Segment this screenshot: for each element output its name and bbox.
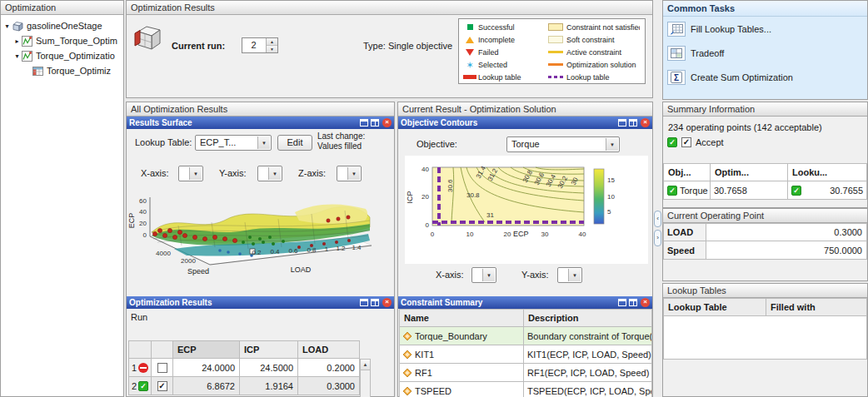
spinner-up-icon[interactable]: ▲ xyxy=(267,38,277,46)
y-axis-dropdown[interactable]: ▼ xyxy=(557,267,582,283)
variable-value-cell[interactable]: 0.3000 xyxy=(706,223,867,241)
undock-icon[interactable] xyxy=(360,299,368,306)
tradeoff-task[interactable]: Tradeoff xyxy=(663,41,867,65)
lookup-table-label: Lookup Table: xyxy=(135,137,192,147)
colorbar-tick: 15 xyxy=(607,176,615,184)
ecp-cell[interactable]: 24.0000 xyxy=(173,359,240,377)
constraint-row[interactable]: Torque_Boundary Boundary constraint of T… xyxy=(399,327,652,345)
load-cell[interactable]: 0.2000 xyxy=(298,359,360,377)
panel-header: Summary Information xyxy=(663,102,867,117)
column-header-lookup[interactable]: Looku... xyxy=(788,163,867,181)
tree-item-torque-optimization-output[interactable]: Torque_Optimiz xyxy=(1,63,123,78)
spinner-down-icon[interactable]: ▼ xyxy=(267,46,277,52)
lookup-table-dropdown[interactable]: ECP_T...▼ xyxy=(195,135,272,151)
column-header-objective[interactable]: Obj... xyxy=(663,163,711,181)
current-run-value[interactable]: 2 xyxy=(242,38,265,52)
objective-dropdown[interactable]: Torque▼ xyxy=(506,136,620,152)
row-number-header[interactable] xyxy=(128,340,152,359)
chevron-down-icon[interactable]: ▼ xyxy=(257,136,270,149)
column-header-icp[interactable]: ICP xyxy=(240,340,298,359)
x-axis-dropdown[interactable]: ▼ xyxy=(178,166,203,181)
column-header-lookup-table[interactable]: Lookup Table xyxy=(663,298,766,316)
results-surface-plot[interactable]: 60 40 20 0 4000 2000 0.2 0.4 0.6 0.8 1 1… xyxy=(128,184,393,295)
column-header-description[interactable]: Description xyxy=(524,309,652,327)
y-axis-dropdown[interactable]: ▼ xyxy=(257,166,282,181)
icp-cell[interactable]: 1.9164 xyxy=(240,377,298,395)
undock-icon[interactable] xyxy=(618,299,626,306)
splitter-collapse-left-icon[interactable]: ‹ xyxy=(654,211,661,227)
legend-regions-column: Constraint not satisfied Soft constraint… xyxy=(545,21,644,83)
splitter-collapse-right-icon[interactable]: › xyxy=(654,230,661,246)
panel-splitter[interactable]: ‹ › xyxy=(653,0,662,397)
column-header-filled-with[interactable]: Filled with xyxy=(766,298,867,316)
row-header-cell: 1 xyxy=(128,359,152,377)
select-run-checkbox[interactable] xyxy=(157,363,167,373)
ecp-cell[interactable]: 6.8672 xyxy=(173,377,240,395)
close-icon[interactable]: × xyxy=(641,298,650,307)
select-run-checkbox[interactable]: ✓ xyxy=(157,381,167,391)
load-cell[interactable]: 0.3000 xyxy=(298,377,360,395)
objective-summary-row[interactable]: ✓Torque 30.7658 ✓30.7655 xyxy=(663,181,867,200)
close-icon[interactable]: × xyxy=(641,118,650,127)
column-header-optimized[interactable]: Optim... xyxy=(711,163,788,181)
objective-contours-plot[interactable]: 31.4 31.2 30.8 30.6 30.4 30.2 30 30.6 30… xyxy=(405,156,648,264)
close-icon[interactable]: × xyxy=(382,118,392,127)
split-view-icon[interactable] xyxy=(629,119,637,127)
close-icon[interactable]: × xyxy=(382,298,392,307)
create-sum-optimization-task[interactable]: Σ Create Sum Optimization xyxy=(663,65,867,89)
legend-item: Failed xyxy=(461,46,545,58)
chevron-down-icon[interactable]: ▼ xyxy=(568,269,581,281)
sigma-glyph: Σ xyxy=(674,72,679,82)
tree-item-label: Sum_Torque_Optim xyxy=(36,36,117,46)
tree-item-sum-torque-optim[interactable]: ▸ Sum_Torque_Optim xyxy=(1,33,123,48)
chevron-down-icon[interactable]: ▼ xyxy=(606,138,618,151)
split-view-icon[interactable] xyxy=(629,299,637,306)
split-view-icon[interactable] xyxy=(371,119,379,127)
expander-icon[interactable]: ▸ xyxy=(12,37,22,45)
objective-ok-icon: ✓ xyxy=(667,186,677,196)
undock-icon[interactable] xyxy=(618,119,626,127)
chevron-down-icon[interactable]: ▼ xyxy=(189,167,202,180)
fill-lookup-tables-task[interactable]: Fill Lookup Tables... xyxy=(663,17,867,41)
run-row[interactable]: 2✓ ✓ 6.8672 1.9164 0.3000 xyxy=(128,377,360,395)
tree-item-torque-optimization[interactable]: ▾ Torque_Optimizatio xyxy=(1,48,123,63)
table-scrollbar[interactable]: ▲ xyxy=(360,359,371,397)
failed-status-icon xyxy=(138,363,148,373)
constraint-row[interactable]: KIT1 KIT1(ECP, ICP, LOAD, Speed) < xyxy=(399,345,652,364)
constraint-name-cell: KIT1 xyxy=(399,345,524,364)
variable-name-cell: LOAD xyxy=(663,223,706,241)
expander-icon[interactable]: ▾ xyxy=(2,22,12,30)
column-header-load[interactable]: LOAD xyxy=(298,340,360,359)
split-view-icon[interactable] xyxy=(371,299,379,306)
column-header-name[interactable]: Name xyxy=(399,309,524,327)
constraint-row[interactable]: RF1 RF1(ECP, ICP, LOAD, Speed) < xyxy=(399,364,652,382)
successful-marker-icon xyxy=(461,24,478,30)
select-header[interactable] xyxy=(152,340,173,359)
variable-value-cell[interactable]: 750.0000 xyxy=(706,241,867,260)
x-axis-dropdown[interactable]: ▼ xyxy=(471,267,496,283)
chevron-down-icon[interactable]: ▼ xyxy=(268,167,281,180)
last-change-text: Last change: Values filled xyxy=(317,132,365,151)
tree-item-gasolineonestage[interactable]: ▾ gasolineOneStage xyxy=(1,18,123,33)
constraint-row[interactable]: TSPEED TSPEED(ECP, ICP, LOAD, Speed) xyxy=(399,382,652,397)
constraint-not-satisfied-icon xyxy=(545,23,566,31)
run-row[interactable]: 1 24.0000 24.5000 0.2000 xyxy=(128,359,360,377)
current-run-spinner[interactable]: 2 ▲▼ xyxy=(242,37,278,53)
panel-header: Optimization Results xyxy=(127,1,652,15)
chevron-down-icon[interactable]: ▼ xyxy=(347,167,360,180)
accept-checkbox[interactable]: ✓ xyxy=(681,137,691,147)
constraint-desc-cell: RF1(ECP, ICP, LOAD, Speed) < xyxy=(524,364,652,382)
constraint-desc-cell: KIT1(ECP, ICP, LOAD, Speed) < xyxy=(524,345,652,364)
chevron-down-icon[interactable]: ▼ xyxy=(482,269,495,281)
optimization-results-titlebar: Optimization Results × xyxy=(127,296,394,309)
icp-cell[interactable]: 24.5000 xyxy=(240,359,298,377)
selected-marker-icon: ✶ xyxy=(461,61,478,69)
legend-item: Successful xyxy=(461,21,545,33)
x-axis-title: ECP xyxy=(513,230,529,238)
scroll-up-icon[interactable]: ▲ xyxy=(361,360,370,370)
edit-button[interactable]: Edit xyxy=(277,135,312,151)
expander-icon[interactable]: ▾ xyxy=(12,52,22,60)
column-header-ecp[interactable]: ECP xyxy=(173,340,240,359)
undock-icon[interactable] xyxy=(360,119,368,127)
z-axis-dropdown[interactable]: ▼ xyxy=(337,166,362,181)
